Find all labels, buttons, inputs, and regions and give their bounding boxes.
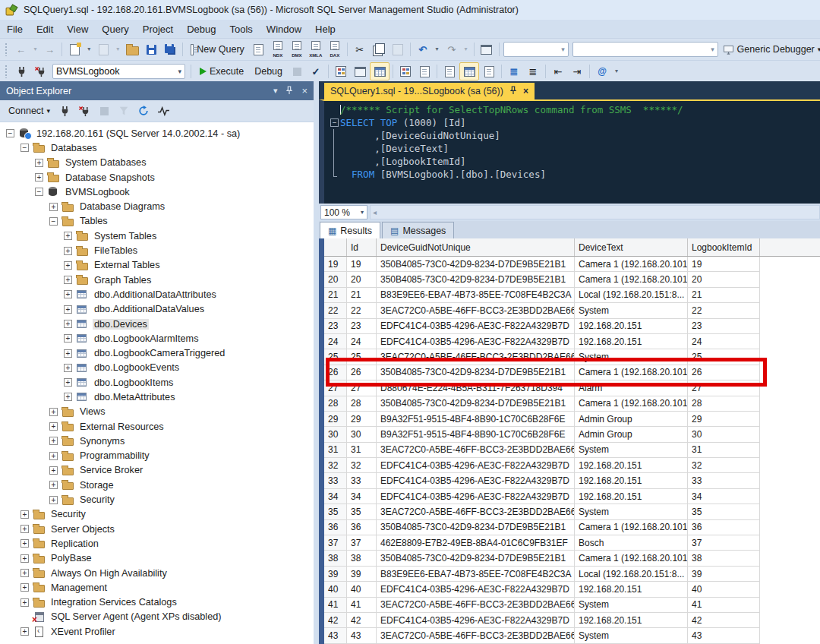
grid-cell[interactable]: 42 <box>688 613 760 628</box>
grid-cell[interactable]: 192.168.20.151 <box>575 613 688 628</box>
tree-item[interactable]: +Synonyms <box>0 434 314 448</box>
grid-cell[interactable]: System <box>575 443 688 458</box>
connect-object-explorer-button[interactable] <box>55 103 74 119</box>
expand-expander[interactable]: + <box>20 525 29 533</box>
expand-expander[interactable]: + <box>64 334 72 343</box>
undo-dropdown[interactable]: ▾ <box>433 41 442 58</box>
grid-cell[interactable]: 34 <box>688 489 760 504</box>
tree-item[interactable]: +dbo.AdditionalDataValues <box>0 302 314 317</box>
expand-expander[interactable]: + <box>64 364 72 372</box>
grid-cell[interactable]: Camera 1 (192.168.20.101) <box>575 551 688 566</box>
tree-item[interactable]: +XEvent Profiler <box>0 624 314 639</box>
database-engine-query-button[interactable] <box>250 41 268 58</box>
expand-expander[interactable]: + <box>64 232 72 240</box>
grid-cell[interactable]: 25 <box>347 349 377 365</box>
grid-cell[interactable]: System <box>575 303 688 318</box>
debug-button[interactable]: Debug <box>250 63 287 80</box>
grid-cell[interactable]: 192.168.20.151 <box>575 582 688 597</box>
tree-item[interactable]: +External Resources <box>0 419 314 434</box>
results-to-file-button[interactable] <box>480 63 498 80</box>
expand-expander[interactable]: + <box>64 349 72 358</box>
grid-cell[interactable]: Camera 1 (192.168.20.101) <box>575 272 688 287</box>
analysis-services-dax-query-button[interactable]: DAX <box>326 41 344 58</box>
save-all-button[interactable] <box>161 41 179 58</box>
grid-cell[interactable]: 24 <box>347 334 377 349</box>
expand-expander[interactable]: + <box>64 378 72 387</box>
menu-file[interactable]: File <box>0 21 30 37</box>
grid-cell[interactable]: 26 <box>688 365 760 380</box>
grid-cell[interactable]: 30 <box>688 427 760 442</box>
pin-icon[interactable] <box>285 86 293 96</box>
available-databases-combo[interactable]: BVMSLogbook▾ <box>52 64 185 79</box>
grid-cell[interactable]: EDFC41C4-03B5-4296-AE3C-F822A4329B7D <box>377 473 575 488</box>
grid-cell[interactable]: 34 <box>347 489 377 504</box>
close-icon[interactable]: × <box>523 86 528 96</box>
row-number-cell[interactable]: 24 <box>324 334 347 349</box>
new-item-button[interactable] <box>65 41 84 58</box>
tree-item[interactable]: +dbo.AdditionalDataAttributes <box>0 287 314 301</box>
tree-item[interactable]: +External Tables <box>0 258 314 273</box>
refresh-button[interactable] <box>134 103 153 119</box>
grid-cell[interactable]: 31 <box>347 443 377 458</box>
tree-item[interactable]: −192.168.20.161 (SQL Server 14.0.2002.14… <box>0 126 314 140</box>
grid-cell[interactable]: 37 <box>347 535 377 551</box>
open-file-button[interactable] <box>123 41 141 58</box>
menu-tools[interactable]: Tools <box>223 21 260 37</box>
row-number-cell[interactable]: 19 <box>324 257 347 272</box>
grid-cell[interactable]: 32 <box>688 458 760 473</box>
include-actual-plan-toggle[interactable] <box>396 63 415 80</box>
expand-expander[interactable]: + <box>49 496 58 504</box>
grid-cell[interactable]: Admin Group <box>575 427 688 442</box>
generic-debugger-button[interactable]: Generic Debugger▾ <box>724 41 820 58</box>
grid-cell[interactable]: 39 <box>347 567 377 582</box>
grid-cell[interactable]: 25 <box>688 349 760 365</box>
grid-cell[interactable]: EDFC41C4-03B5-4296-AE3C-F822A4329B7D <box>377 613 575 628</box>
grid-cell[interactable]: Camera 1 (192.168.20.101) <box>575 257 688 272</box>
grid-cell[interactable]: D880674E-E224-4B5A-B311-7F263718D394 <box>377 380 575 396</box>
query-options-button[interactable] <box>351 63 369 80</box>
tree-item[interactable]: +Replication <box>0 536 314 551</box>
grid-cell[interactable]: 21 <box>347 288 377 303</box>
grid-cell[interactable]: 462E8809-E7B2-49EB-8BA4-01C6C9FB31EF <box>377 535 575 551</box>
grid-cell[interactable]: 31 <box>688 443 760 458</box>
row-number-cell[interactable]: 43 <box>324 628 347 643</box>
selection-window-button[interactable] <box>478 41 496 58</box>
grid-cell[interactable]: 39 <box>688 567 760 582</box>
increase-indent-button[interactable]: ⇥ <box>568 63 586 80</box>
row-number-cell[interactable]: 37 <box>324 535 347 551</box>
grid-cell[interactable]: 38 <box>688 551 760 566</box>
row-number-cell[interactable]: 28 <box>324 396 347 412</box>
column-header-deviceguidnotunique[interactable]: DeviceGuidNotUnique <box>377 238 575 256</box>
decrease-indent-button[interactable]: ⇤ <box>549 63 567 80</box>
zoom-level-combo[interactable]: 100 % ▾ <box>320 205 367 219</box>
grid-cell[interactable]: B83E9EE6-EBA7-4B73-85EE-7C08FE4B2C3A <box>377 567 575 582</box>
column-header[interactable] <box>324 238 347 256</box>
grid-cell[interactable]: 21 <box>688 288 760 303</box>
row-number-cell[interactable]: 20 <box>324 272 347 287</box>
tree-item[interactable]: +Graph Tables <box>0 273 314 287</box>
grid-cell[interactable]: 38 <box>347 551 377 566</box>
grid-cell[interactable]: EDFC41C4-03B5-4296-AE3C-F822A4329B7D <box>377 489 575 504</box>
activity-monitor-button[interactable] <box>154 103 172 119</box>
grid-cell[interactable]: 20 <box>347 272 377 287</box>
expand-expander[interactable]: + <box>49 481 58 489</box>
include-live-query-stats-toggle[interactable] <box>415 63 434 80</box>
grid-cell[interactable]: B9A32F51-9515-4BF4-8B90-1C70C6B28F6E <box>377 427 575 442</box>
cut-button[interactable]: ✂ <box>351 41 369 58</box>
grid-cell[interactable]: System <box>575 598 688 613</box>
disconnect-button[interactable] <box>75 103 93 119</box>
toolbar-combo-1[interactable]: ▾ <box>503 42 568 57</box>
tree-item[interactable]: −Databases <box>0 140 314 155</box>
grid-cell[interactable]: 3EAC72C0-A5BE-46FF-BCC3-2E3BDD2BAE66 <box>377 349 575 365</box>
document-tab[interactable]: SQLQuery1.sql - 19...SLogbook (sa (56)) … <box>324 83 535 99</box>
connect-menu-button[interactable]: Connect▾ <box>5 103 54 119</box>
grid-cell[interactable]: Alarm <box>575 380 688 396</box>
comment-selection-button[interactable]: ≣ <box>505 63 523 80</box>
grid-cell[interactable]: 20 <box>688 272 760 287</box>
grid-cell[interactable]: 43 <box>688 628 760 643</box>
grid-cell[interactable]: 40 <box>688 582 760 597</box>
grid-cell[interactable]: 19 <box>347 257 377 272</box>
grid-cell[interactable]: 29 <box>688 412 760 427</box>
grid-cell[interactable]: 36 <box>347 520 377 535</box>
row-number-cell[interactable]: 36 <box>324 520 347 535</box>
